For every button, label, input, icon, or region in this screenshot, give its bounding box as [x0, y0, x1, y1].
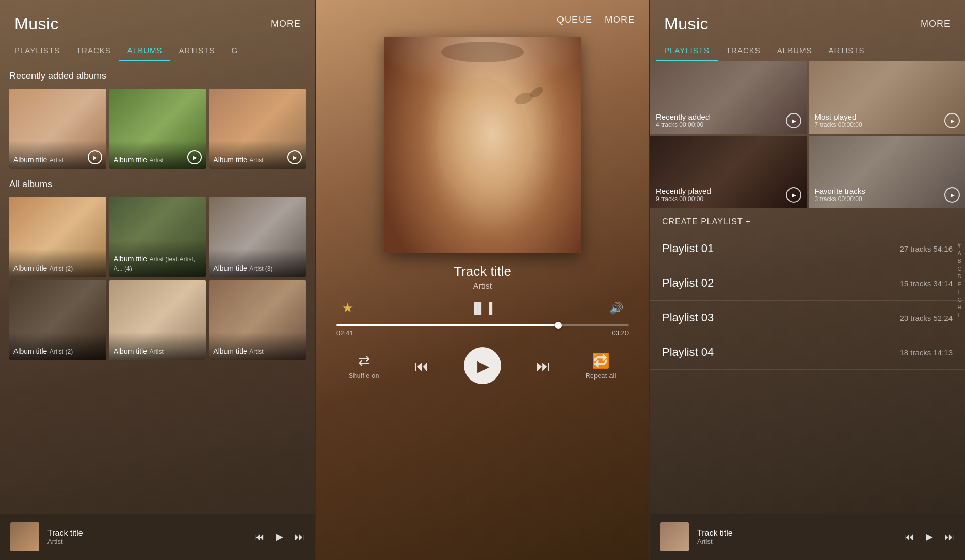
prev-button-right[interactable]: ⏮: [904, 531, 914, 543]
tab-g-left[interactable]: G: [223, 40, 247, 61]
right-tabs: PLAYLISTS TRACKS ALBUMS ARTISTS: [650, 40, 965, 61]
album-artist: Artist: [249, 348, 263, 355]
playlist-name: Playlist 04: [662, 345, 714, 359]
mini-controls-left: ⏮ ▶ ⏭: [254, 531, 305, 543]
album-play-button[interactable]: [287, 150, 302, 164]
list-item[interactable]: Most played 7 tracks 00:00:00: [809, 61, 966, 134]
list-item[interactable]: Recently added 4 tracks 00:00:00: [650, 61, 807, 134]
album-title: Album title: [114, 255, 147, 263]
alpha-e[interactable]: E: [954, 281, 965, 288]
next-button-right[interactable]: ⏭: [944, 531, 955, 543]
playlist-thumb-overlay: Recently played 9 tracks 00:00:00: [650, 136, 807, 208]
playlist-meta: 15 tracks 34:14: [899, 279, 953, 288]
next-button-middle[interactable]: ⏭: [536, 357, 551, 374]
progress-bar-fill: [336, 324, 558, 326]
list-item[interactable]: Album title Artist: [209, 280, 306, 360]
alpha-h[interactable]: H: [954, 304, 965, 311]
album-info-overlay: Album title Artist (3): [209, 249, 306, 277]
total-time: 03:20: [612, 329, 629, 337]
playlist-thumb-name: Recently played: [656, 187, 800, 195]
tab-tracks-left[interactable]: TRACKS: [68, 40, 119, 61]
progress-area[interactable]: 02:41 03:20: [316, 316, 649, 337]
recently-added-grid: Album title Artist Album title Artist Al…: [9, 89, 306, 169]
progress-bar-background[interactable]: [336, 324, 629, 326]
mini-track-right: Track title: [697, 529, 896, 538]
list-item[interactable]: Album title Artist (feat.Artist, A... (4…: [109, 197, 206, 277]
queue-button[interactable]: QUEUE: [557, 14, 592, 25]
playlist-thumb-play[interactable]: [786, 113, 801, 128]
list-item[interactable]: Album title Artist: [9, 89, 106, 169]
progress-knob[interactable]: [555, 322, 562, 329]
playlist-thumb-play[interactable]: [944, 113, 960, 128]
list-item[interactable]: Recently played 9 tracks 00:00:00: [650, 136, 807, 208]
volume-icon[interactable]: 🔊: [609, 302, 623, 315]
album-info-overlay: Album title Artist (feat.Artist, A... (4…: [109, 240, 206, 277]
alpha-a[interactable]: A: [954, 250, 965, 257]
left-title: Music: [14, 14, 59, 34]
left-tabs: PLAYLISTS TRACKS ALBUMS ARTISTS G: [0, 40, 315, 61]
playlist-thumb-play[interactable]: [786, 187, 801, 203]
alpha-f[interactable]: F: [954, 288, 965, 295]
repeat-icon: 🔁: [592, 352, 610, 369]
list-item[interactable]: Album title Artist: [109, 89, 206, 169]
album-artist: Artist: [249, 157, 263, 164]
playlist-meta: 18 tracks 14:13: [899, 348, 953, 357]
list-item[interactable]: Favorite tracks 3 tracks 00:00:00: [809, 136, 966, 208]
alpha-hash[interactable]: #: [954, 242, 965, 249]
left-more-button[interactable]: MORE: [271, 19, 301, 29]
mini-info-left: Track title Artist: [47, 529, 246, 546]
playlist-meta: 23 tracks 52:24: [899, 314, 953, 322]
album-play-button[interactable]: [88, 150, 102, 164]
prev-button-left[interactable]: ⏮: [254, 531, 265, 543]
mini-artist-left: Artist: [47, 538, 246, 546]
list-item[interactable]: Album title Artist: [209, 89, 306, 169]
create-playlist-button[interactable]: CREATE PLAYLIST +: [650, 208, 965, 232]
alpha-d[interactable]: D: [954, 273, 965, 280]
list-item[interactable]: Album title Artist (3): [209, 197, 306, 277]
right-more-button[interactable]: MORE: [921, 19, 951, 29]
list-item[interactable]: Album title Artist (2): [9, 280, 106, 360]
play-button-right[interactable]: ▶: [926, 531, 933, 542]
alphabet-sidebar: # A B C D E F G H I: [954, 242, 965, 319]
shuffle-label: Shuffle on: [349, 372, 379, 380]
list-item[interactable]: Album title Artist: [109, 280, 206, 360]
prev-icon: ⏮: [414, 357, 429, 374]
favorite-icon[interactable]: ★: [342, 300, 353, 316]
mini-thumb-left: [10, 522, 39, 551]
alpha-g[interactable]: G: [954, 296, 965, 303]
play-pause-button[interactable]: ▶: [464, 347, 501, 384]
shuffle-button[interactable]: ⇄ Shuffle on: [349, 352, 379, 380]
album-art-svg: [384, 37, 581, 253]
now-playing-album-art: [384, 37, 581, 253]
playlist-thumb-play[interactable]: [944, 187, 960, 203]
tab-albums-left[interactable]: ALBUMS: [119, 40, 171, 61]
playlist-thumb-name: Favorite tracks: [815, 187, 959, 195]
middle-more-button[interactable]: MORE: [605, 14, 635, 25]
tab-playlists-right[interactable]: PLAYLISTS: [656, 40, 718, 61]
repeat-button[interactable]: 🔁 Repeat all: [586, 352, 616, 380]
list-item[interactable]: Album title Artist (2): [9, 197, 106, 277]
mini-player-right: Track title Artist ⏮ ▶ ⏭: [650, 514, 965, 560]
play-button-left[interactable]: ▶: [276, 531, 283, 542]
alpha-i[interactable]: I: [954, 311, 965, 319]
album-artist: Artist: [149, 348, 163, 355]
playlist-thumb-name: Most played: [815, 112, 959, 121]
playlist-thumb-overlay: Recently added 4 tracks 00:00:00: [650, 61, 807, 134]
tab-tracks-right[interactable]: TRACKS: [718, 40, 769, 61]
tab-artists-left[interactable]: ARTISTS: [170, 40, 223, 61]
prev-button-middle[interactable]: ⏮: [414, 357, 429, 374]
list-item[interactable]: Playlist 01 27 tracks 54:16: [650, 232, 965, 266]
tab-artists-right[interactable]: ARTISTS: [820, 40, 873, 61]
left-panel: Music MORE PLAYLISTS TRACKS ALBUMS ARTIS…: [0, 0, 316, 560]
alpha-c[interactable]: C: [954, 265, 965, 272]
tab-albums-right[interactable]: ALBUMS: [769, 40, 821, 61]
list-item[interactable]: Playlist 02 15 tracks 34:14: [650, 266, 965, 301]
next-button-left[interactable]: ⏭: [295, 531, 305, 543]
mini-player-left: Track title Artist ⏮ ▶ ⏭: [0, 514, 315, 560]
tab-playlists-left[interactable]: PLAYLISTS: [6, 40, 68, 61]
equalizer-icon[interactable]: ▐▌▐: [471, 302, 493, 314]
list-item[interactable]: Playlist 03 23 tracks 52:24: [650, 301, 965, 335]
alpha-b[interactable]: B: [954, 257, 965, 265]
middle-header: QUEUE MORE: [316, 0, 649, 31]
list-item[interactable]: Playlist 04 18 tracks 14:13: [650, 335, 965, 370]
